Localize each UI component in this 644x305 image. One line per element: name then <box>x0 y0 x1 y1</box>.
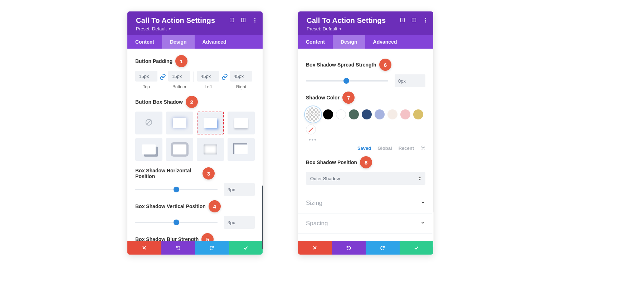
more-icon[interactable] <box>252 17 258 23</box>
tab-design[interactable]: Design <box>333 35 365 49</box>
box-shadow-spread-slider-row <box>306 74 425 87</box>
box-shadow-horizontal-label: Box Shadow Horizontal Position 3 <box>135 167 255 179</box>
columns-icon[interactable] <box>411 17 417 23</box>
shadow-preset-2[interactable] <box>197 112 224 134</box>
padding-bottom-input[interactable] <box>168 71 190 82</box>
scrollbar-thumb[interactable] <box>262 185 263 250</box>
padding-bottom-label: Bottom <box>172 84 186 89</box>
svg-point-12 <box>422 147 424 148</box>
color-swatch[interactable] <box>336 109 346 119</box>
save-button[interactable] <box>229 241 263 255</box>
slider-thumb[interactable] <box>174 187 179 192</box>
more-icon[interactable] <box>423 17 428 23</box>
color-swatch[interactable] <box>413 109 423 119</box>
color-swatch[interactable] <box>375 109 385 119</box>
scrollbar-thumb[interactable] <box>433 212 433 247</box>
padding-right-group: Right <box>230 71 252 89</box>
box-shadow-horizontal-value[interactable] <box>224 183 255 196</box>
padding-top-input[interactable] <box>135 71 157 82</box>
button-padding-label: Button Padding 1 <box>135 55 255 67</box>
redo-button[interactable] <box>195 241 229 255</box>
step-badge-4: 4 <box>209 200 221 212</box>
padding-bottom-group: Bottom <box>168 71 190 89</box>
settings-panel-right: Call To Action Settings Preset: Default … <box>298 11 433 255</box>
color-swatch-none[interactable] <box>306 124 316 134</box>
box-shadow-spread-value[interactable] <box>395 74 425 87</box>
gear-icon[interactable] <box>420 145 425 151</box>
panel-header: Call To Action Settings Preset: Default … <box>127 11 263 35</box>
shadow-preset-4[interactable] <box>135 138 162 161</box>
box-shadow-horizontal-slider[interactable] <box>135 189 218 190</box>
padding-top-group: Top <box>135 71 157 89</box>
save-button[interactable] <box>400 241 434 255</box>
accordion-row[interactable]: Spacing <box>298 213 433 233</box>
step-badge-7: 7 <box>342 92 355 104</box>
palette-tab-global[interactable]: Global <box>377 146 392 151</box>
padding-left-label: Left <box>205 84 212 89</box>
tab-content[interactable]: Content <box>127 35 162 49</box>
slider-thumb[interactable] <box>343 78 349 84</box>
padding-right-input[interactable] <box>230 71 252 82</box>
undo-button[interactable] <box>332 241 366 255</box>
shadow-preset-none[interactable] <box>135 112 162 134</box>
tab-design[interactable]: Design <box>162 35 195 49</box>
palette-tab-recent[interactable]: Recent <box>399 146 414 151</box>
panel-body[interactable]: Box Shadow Spread Strength 6 Shadow Colo… <box>298 49 433 241</box>
step-badge-6: 6 <box>379 59 391 71</box>
undo-button[interactable] <box>161 241 195 255</box>
columns-icon[interactable] <box>240 17 246 23</box>
accordion-row[interactable]: Sizing <box>298 193 433 213</box>
shadow-preset-5[interactable] <box>166 138 193 161</box>
cancel-button[interactable] <box>127 241 161 255</box>
header-icon-row <box>400 17 428 23</box>
padding-top-label: Top <box>143 84 150 89</box>
color-swatch[interactable] <box>400 109 410 119</box>
color-swatch[interactable] <box>387 109 397 119</box>
link-vertical-icon[interactable] <box>160 74 166 87</box>
svg-point-9 <box>402 20 403 21</box>
chevron-down-icon <box>420 200 425 207</box>
tab-bar: Content Design Advanced <box>298 35 433 49</box>
step-badge-2: 2 <box>186 96 198 108</box>
shadow-preset-6[interactable] <box>197 138 224 161</box>
eyedropper-icon[interactable] <box>306 107 320 122</box>
button-box-shadow-label: Button Box Shadow 2 <box>135 96 255 108</box>
padding-left-input[interactable] <box>197 71 219 82</box>
panel-footer <box>127 241 263 255</box>
color-swatch[interactable] <box>362 109 372 119</box>
more-colors-icon[interactable]: ••• <box>306 137 425 143</box>
focus-icon[interactable] <box>400 17 405 23</box>
step-badge-3: 3 <box>203 167 215 179</box>
slider-thumb[interactable] <box>174 220 179 225</box>
box-shadow-vertical-label: Box Shadow Vertical Position 4 <box>135 200 255 212</box>
preset-label: Preset: Default <box>307 26 337 31</box>
no-shadow-icon <box>145 118 153 128</box>
box-shadow-position-select[interactable]: Outer Shadow <box>306 172 425 185</box>
chevron-down-icon <box>420 240 425 241</box>
shadow-preset-7[interactable] <box>228 138 255 161</box>
tab-advanced[interactable]: Advanced <box>195 35 234 49</box>
cancel-button[interactable] <box>298 241 332 255</box>
accordion-row[interactable]: Border <box>298 233 433 241</box>
panel-header: Call To Action Settings Preset: Default … <box>298 11 433 35</box>
palette-tab-saved[interactable]: Saved <box>357 146 371 151</box>
box-shadow-vertical-slider[interactable] <box>135 222 218 223</box>
shadow-preset-3[interactable] <box>228 112 255 134</box>
color-swatch[interactable] <box>349 109 359 119</box>
chevron-down-icon <box>420 220 425 227</box>
redo-button[interactable] <box>366 241 400 255</box>
tab-content[interactable]: Content <box>298 35 333 49</box>
link-horizontal-icon[interactable] <box>221 74 228 87</box>
box-shadow-spread-slider[interactable] <box>306 80 388 82</box>
shadow-preset-1[interactable] <box>166 112 193 134</box>
panel-body[interactable]: Button Padding 1 Top Bottom Left <box>127 49 263 241</box>
tab-advanced[interactable]: Advanced <box>365 35 405 49</box>
preset-selector[interactable]: Preset: Default ▼ <box>307 26 427 31</box>
color-swatch[interactable] <box>323 109 333 119</box>
settings-panel-left: Call To Action Settings Preset: Default … <box>127 11 263 255</box>
select-value: Outer Shadow <box>310 176 340 181</box>
box-shadow-vertical-value[interactable] <box>224 216 255 229</box>
divider <box>194 72 194 82</box>
preset-selector[interactable]: Preset: Default ▼ <box>136 26 256 31</box>
focus-icon[interactable] <box>229 17 235 23</box>
